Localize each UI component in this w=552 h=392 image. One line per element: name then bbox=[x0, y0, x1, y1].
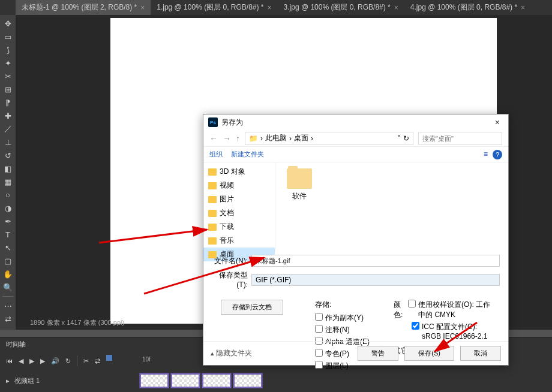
folder-content[interactable]: 软件 bbox=[275, 162, 508, 251]
loop-icon[interactable]: ↻ bbox=[65, 357, 71, 365]
breadcrumb[interactable]: 📁 › 此电脑 › 桌面 › ˅ ↻ bbox=[245, 132, 413, 145]
cancel-button[interactable]: 取消 bbox=[460, 346, 501, 361]
folder-icon bbox=[287, 168, 312, 189]
transition-icon[interactable]: ⇄ bbox=[95, 357, 100, 365]
more-tool-icon[interactable]: ⋯ bbox=[2, 300, 14, 312]
folder-icon bbox=[208, 168, 217, 176]
close-icon[interactable]: × bbox=[140, 4, 145, 12]
clips-container bbox=[139, 373, 263, 388]
save-button[interactable]: 保存(S) bbox=[404, 346, 454, 361]
nav-tree: 3D 对象 视频 图片 文档 下载 音乐 桌面 bbox=[203, 162, 275, 251]
tab-label: 1.jpg @ 100% (图层 0, RGB/8#) * bbox=[157, 2, 263, 13]
tree-item-pictures[interactable]: 图片 bbox=[203, 192, 275, 206]
type-tool-icon[interactable]: T bbox=[2, 228, 14, 240]
split-icon[interactable]: ✂ bbox=[83, 357, 89, 365]
clip[interactable] bbox=[233, 373, 263, 388]
heal-tool-icon[interactable]: ✚ bbox=[2, 110, 14, 122]
back-icon[interactable]: ← bbox=[209, 134, 218, 143]
audio-icon[interactable]: 🔊 bbox=[51, 357, 59, 365]
crop-tool-icon[interactable]: ✂ bbox=[2, 70, 14, 82]
tree-item-documents[interactable]: 文档 bbox=[203, 206, 275, 220]
tab-doc1[interactable]: 未标题-1 @ 100% (图层 2, RGB/8) * × bbox=[16, 0, 151, 15]
brush-tool-icon[interactable]: ／ bbox=[2, 123, 14, 135]
eyedropper-tool-icon[interactable]: ⁋ bbox=[2, 97, 14, 108]
tree-item-3d[interactable]: 3D 对象 bbox=[203, 165, 275, 179]
path-tool-icon[interactable]: ↖ bbox=[2, 242, 14, 254]
folder-item[interactable]: 软件 bbox=[281, 168, 317, 245]
dodge-tool-icon[interactable]: ◑ bbox=[2, 202, 14, 214]
help-icon[interactable]: ? bbox=[493, 150, 502, 159]
video-group-label: 视频组 1 bbox=[14, 376, 134, 385]
next-frame-icon[interactable]: ▶ bbox=[40, 357, 45, 365]
path-segment[interactable]: 桌面 bbox=[294, 133, 308, 143]
folder-label: 软件 bbox=[292, 191, 307, 201]
gradient-tool-icon[interactable]: ▦ bbox=[2, 176, 14, 188]
tab-doc2[interactable]: 1.jpg @ 100% (图层 0, RGB/8#) * × bbox=[151, 0, 277, 15]
hand-tool-icon[interactable]: ✋ bbox=[2, 268, 14, 280]
up-icon[interactable]: ↑ bbox=[236, 134, 240, 143]
tree-item-downloads[interactable]: 下载 bbox=[203, 220, 275, 234]
opt-icc[interactable]: ICC 配置文件(C): sRGB IEC61966-2.1 bbox=[412, 322, 496, 340]
filetype-value: GIF (*.GIF) bbox=[256, 276, 291, 284]
folder-icon bbox=[208, 182, 217, 189]
zoom-tool-icon[interactable]: 🔍 bbox=[2, 281, 14, 293]
clip[interactable] bbox=[202, 373, 232, 388]
stamp-tool-icon[interactable]: ⊥ bbox=[2, 136, 14, 148]
warn-button[interactable]: 警告 bbox=[358, 346, 398, 361]
opt-notes[interactable]: 注释(N) bbox=[315, 325, 370, 335]
forward-icon[interactable]: → bbox=[223, 134, 231, 143]
close-icon[interactable]: × bbox=[521, 4, 525, 12]
expand-icon[interactable]: ▸ bbox=[6, 377, 10, 385]
store-label: 存储: bbox=[315, 300, 370, 310]
tree-label: 图片 bbox=[220, 194, 234, 204]
color-swap-icon[interactable]: ⇄ bbox=[2, 313, 14, 325]
document-tabs: 未标题-1 @ 100% (图层 2, RGB/8) * × 1.jpg @ 1… bbox=[0, 0, 552, 15]
pen-tool-icon[interactable]: ✒ bbox=[2, 215, 14, 227]
tree-item-music[interactable]: 音乐 bbox=[203, 234, 275, 248]
opt-copy[interactable]: 作为副本(Y) bbox=[315, 313, 370, 323]
refresh-icon[interactable]: ↻ bbox=[403, 134, 409, 143]
tab-label: 3.jpg @ 100% (图层 0, RGB/8#) * bbox=[284, 2, 391, 13]
history-brush-icon[interactable]: ↺ bbox=[2, 149, 14, 161]
tree-item-video[interactable]: 视频 bbox=[203, 179, 275, 192]
tab-doc3[interactable]: 3.jpg @ 100% (图层 0, RGB/8#) * × bbox=[278, 0, 404, 15]
dialog-title: 另存为 bbox=[221, 117, 243, 128]
chevron-down-icon[interactable]: ˅ bbox=[397, 134, 401, 143]
tab-doc4[interactable]: 4.jpg @ 100% (图层 0, RGB/8#) * × bbox=[404, 0, 531, 15]
tab-label: 4.jpg @ 100% (图层 0, RGB/8#) * bbox=[410, 2, 517, 13]
play-icon[interactable]: ▶ bbox=[29, 357, 34, 365]
clip[interactable] bbox=[139, 373, 169, 388]
separator bbox=[2, 296, 13, 297]
close-icon[interactable]: × bbox=[394, 4, 398, 12]
opt-proof[interactable]: 使用校样设置(O): 工作中的 CMYK bbox=[408, 300, 496, 320]
move-tool-icon[interactable]: ✥ bbox=[2, 17, 14, 29]
hide-folders-link[interactable]: ▴ 隐藏文件夹 bbox=[211, 348, 252, 358]
close-icon[interactable]: × bbox=[268, 4, 272, 12]
playhead[interactable] bbox=[106, 355, 112, 361]
marquee-tool-icon[interactable]: ▭ bbox=[2, 31, 14, 43]
prev-frame-icon[interactable]: ◀ bbox=[19, 357, 23, 365]
filetype-select[interactable]: GIF (*.GIF) bbox=[251, 274, 500, 286]
path-segment[interactable]: 此电脑 bbox=[265, 133, 287, 143]
filetype-label: 保存类型(T): bbox=[212, 270, 248, 289]
organize-link[interactable]: 组织 bbox=[209, 150, 223, 159]
ps-icon: Ps bbox=[208, 117, 218, 127]
eraser-tool-icon[interactable]: ◧ bbox=[2, 162, 14, 174]
lasso-tool-icon[interactable]: ⟆ bbox=[2, 44, 14, 56]
filename-input[interactable] bbox=[251, 255, 500, 267]
search-input[interactable] bbox=[418, 132, 502, 145]
dialog-footer: ▴ 隐藏文件夹 警告 保存(S) 取消 bbox=[203, 341, 508, 365]
first-frame-icon[interactable]: ⏮ bbox=[6, 357, 13, 364]
close-button[interactable]: × bbox=[491, 117, 503, 127]
clip[interactable] bbox=[170, 373, 200, 388]
cloud-save-button[interactable]: 存储到云文档 bbox=[221, 300, 283, 315]
folder-icon bbox=[208, 237, 217, 245]
divider bbox=[77, 355, 77, 366]
shape-tool-icon[interactable]: ▢ bbox=[2, 255, 14, 267]
wand-tool-icon[interactable]: ✦ bbox=[2, 57, 14, 69]
tree-label: 文档 bbox=[220, 208, 234, 218]
frame-tool-icon[interactable]: ⊞ bbox=[2, 83, 14, 95]
newfolder-link[interactable]: 新建文件夹 bbox=[231, 150, 264, 159]
view-icon[interactable]: ≡ bbox=[484, 150, 488, 159]
blur-tool-icon[interactable]: ○ bbox=[2, 189, 14, 201]
